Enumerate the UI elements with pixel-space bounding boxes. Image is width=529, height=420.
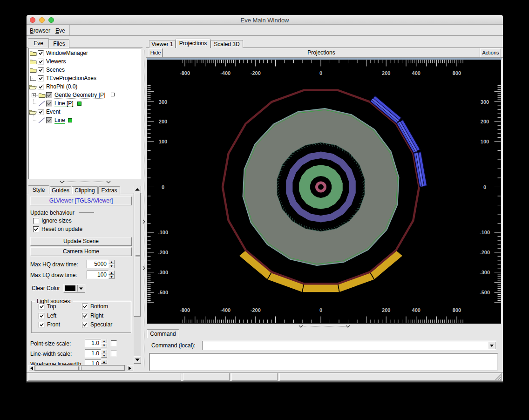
svg-text:0: 0 — [319, 307, 322, 313]
svg-text:100: 100 — [481, 139, 489, 144]
svg-text:400: 400 — [412, 70, 420, 76]
svg-text:400: 400 — [412, 307, 420, 313]
svg-text:-200: -200 — [158, 250, 168, 255]
svg-text:0: 0 — [319, 70, 322, 76]
svg-text:-300: -300 — [158, 270, 168, 275]
svg-text:200: 200 — [382, 307, 390, 313]
svg-text:-800: -800 — [180, 307, 190, 313]
svg-text:200: 200 — [481, 119, 489, 124]
svg-text:-100: -100 — [158, 230, 168, 235]
svg-text:-300: -300 — [480, 270, 490, 275]
svg-text:300: 300 — [481, 99, 489, 105]
svg-text:-500: -500 — [158, 290, 168, 295]
svg-text:-200: -200 — [480, 250, 490, 255]
svg-text:-500: -500 — [480, 290, 490, 295]
svg-text:800: 800 — [453, 307, 461, 313]
svg-text:200: 200 — [382, 70, 390, 76]
svg-text:-800: -800 — [180, 70, 190, 76]
svg-text:-200: -200 — [251, 307, 261, 313]
svg-text:300: 300 — [159, 99, 167, 105]
svg-text:-400: -400 — [220, 70, 231, 76]
svg-text:200: 200 — [159, 119, 167, 124]
svg-text:-200: -200 — [251, 70, 261, 76]
svg-text:100: 100 — [159, 139, 167, 144]
svg-text:0: 0 — [483, 184, 486, 190]
svg-text:-400: -400 — [220, 307, 231, 313]
svg-text:-100: -100 — [480, 230, 490, 235]
svg-text:800: 800 — [453, 70, 461, 76]
svg-text:0: 0 — [162, 184, 164, 190]
